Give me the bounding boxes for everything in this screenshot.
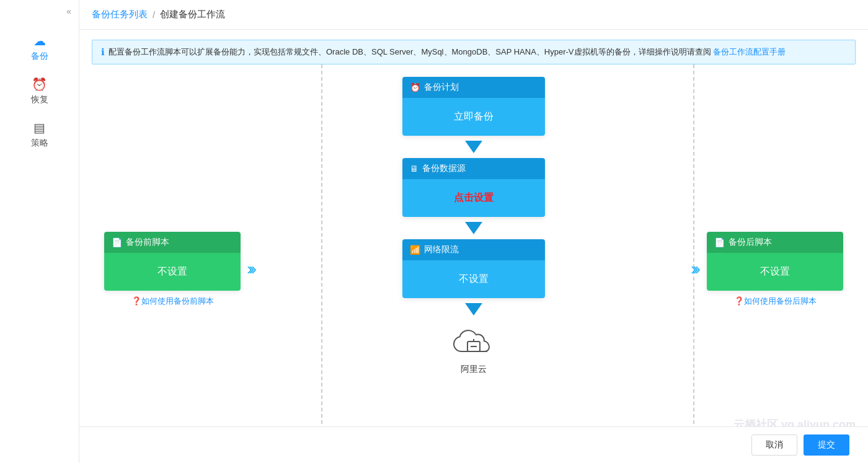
arrow-down-3 [465, 303, 482, 315]
post-script-button[interactable]: 不设置 [707, 253, 843, 291]
sidebar-item-policy[interactable]: ▤ 策略 [0, 113, 79, 156]
main-area: 备份任务列表 / 创建备份工作流 ℹ 配置备份工作流脚本可以扩展备份能力，实现包… [79, 0, 868, 463]
post-script-icon: 📄 [714, 237, 725, 247]
footer-bar: 取消 提交 [79, 426, 868, 463]
network-throttle-header: 📶 网络限流 [402, 239, 545, 260]
restore-icon: ⏰ [32, 77, 47, 92]
arrow-down-2 [465, 222, 482, 234]
pre-script-icon: 📄 [112, 237, 122, 247]
backup-plan-button[interactable]: 立即备份 [402, 98, 545, 136]
pre-script-header: 📄 备份前脚本 [104, 232, 241, 253]
backup-plan-icon: ⏰ [410, 82, 420, 92]
info-banner: ℹ 配置备份工作流脚本可以扩展备份能力，实现包括常规文件、Oracle DB、S… [92, 40, 856, 64]
post-script-title: 备份后脚本 [728, 237, 772, 248]
sidebar-item-backup-label: 备份 [31, 51, 48, 62]
policy-icon: ▤ [33, 120, 45, 135]
backup-datasource-header: 🖥 备份数据源 [402, 158, 545, 179]
post-script-header: 📄 备份后脚本 [707, 232, 843, 253]
center-column: ⏰ 备份计划 立即备份 🖥 备份数据源 点击设置 [399, 77, 548, 412]
content-area: ℹ 配置备份工作流脚本可以扩展备份能力，实现包括常规文件、Oracle DB、S… [79, 30, 868, 463]
breadcrumb-link[interactable]: 备份任务列表 [92, 9, 148, 20]
backup-datasource-title: 备份数据源 [422, 163, 466, 174]
arrow-down-1 [465, 141, 482, 153]
pre-script-body: 不设置 [104, 253, 241, 291]
cloud-area: 阿里云 [449, 325, 498, 375]
breadcrumb-current: 创建备份工作流 [160, 9, 225, 20]
backup-plan-header: ⏰ 备份计划 [402, 77, 545, 98]
pre-script-help[interactable]: ❓如何使用备份前脚本 [131, 296, 214, 307]
info-banner-text: 配置备份工作流脚本可以扩展备份能力，实现包括常规文件、Oracle DB、SQL… [108, 46, 786, 58]
pre-script-title: 备份前脚本 [126, 237, 169, 248]
right-column: 📄 备份后脚本 不设置 ❓如何使用备份后脚本 [707, 232, 843, 307]
pre-script-card: 📄 备份前脚本 不设置 [104, 232, 241, 291]
backup-datasource-button[interactable]: 点击设置 [402, 179, 545, 217]
backup-datasource-body: 点击设置 [402, 179, 545, 217]
post-script-help[interactable]: ❓如何使用备份后脚本 [734, 296, 817, 307]
pre-script-button[interactable]: 不设置 [104, 253, 241, 291]
sidebar-item-policy-label: 策略 [31, 138, 48, 149]
post-script-card: 📄 备份后脚本 不设置 [707, 232, 843, 291]
sidebar-item-restore[interactable]: ⏰ 恢复 [0, 69, 79, 113]
backup-plan-title: 备份计划 [424, 82, 459, 93]
sidebar-collapse-area: « [0, 6, 79, 16]
backup-datasource-icon: 🖥 [410, 164, 418, 174]
network-throttle-button[interactable]: 不设置 [402, 260, 545, 298]
breadcrumb-separator: / [153, 9, 155, 20]
cancel-button[interactable]: 取消 [751, 434, 797, 456]
network-throttle-card: 📶 网络限流 不设置 [402, 239, 545, 298]
info-banner-link[interactable]: 备份工作流配置手册 [713, 47, 786, 56]
left-arrow-area: › › › [247, 259, 257, 279]
dashed-line-right [693, 64, 694, 424]
info-icon: ℹ [101, 46, 105, 58]
chevron-right-3: › [695, 259, 701, 279]
breadcrumb: 备份任务列表 / 创建备份工作流 [79, 0, 868, 30]
chevron-left-3: › [251, 259, 257, 279]
right-arrow-area: › › › [691, 259, 701, 279]
cloud-svg [449, 325, 498, 363]
backup-plan-card: ⏰ 备份计划 立即备份 [402, 77, 545, 136]
left-column: 📄 备份前脚本 不设置 ❓如何使用备份前脚本 [104, 232, 241, 307]
network-throttle-title: 网络限流 [424, 244, 459, 255]
sidebar-item-restore-label: 恢复 [31, 94, 48, 105]
sidebar-item-backup[interactable]: ☁ 备份 [0, 26, 79, 69]
submit-button[interactable]: 提交 [804, 434, 849, 456]
network-throttle-icon: 📶 [410, 245, 420, 255]
workflow-canvas: ⏰ 备份计划 立即备份 🖥 备份数据源 点击设置 [79, 64, 868, 424]
network-throttle-body: 不设置 [402, 260, 545, 298]
backup-datasource-card: 🖥 备份数据源 点击设置 [402, 158, 545, 217]
cloud-label: 阿里云 [461, 364, 487, 375]
sidebar: « ☁ 备份 ⏰ 恢复 ▤ 策略 [0, 0, 79, 463]
post-script-body: 不设置 [707, 253, 843, 291]
dashed-line-left [321, 64, 322, 424]
sidebar-collapse-button[interactable]: « [66, 6, 71, 16]
backup-icon: ☁ [33, 33, 46, 48]
backup-plan-body: 立即备份 [402, 98, 545, 136]
